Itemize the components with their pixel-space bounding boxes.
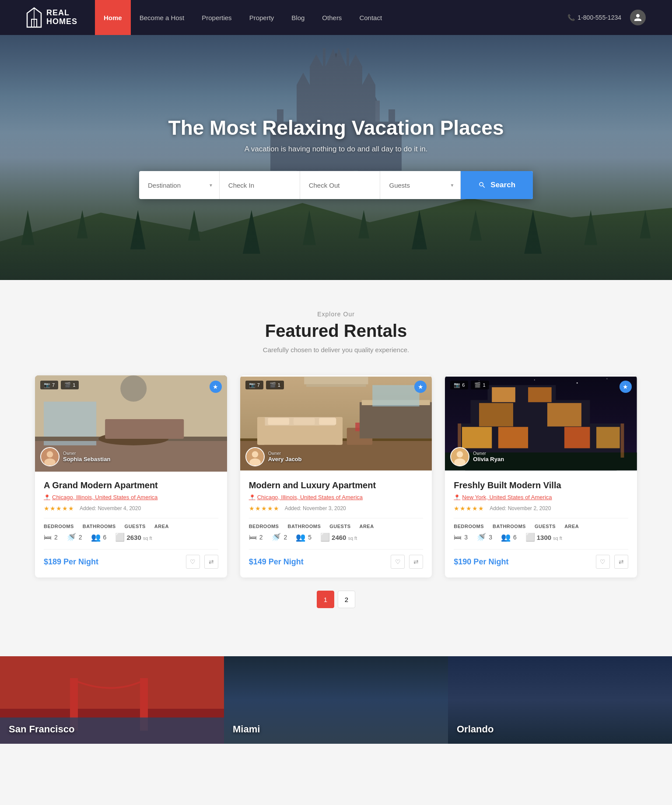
- camera-icon-2: 📷: [249, 382, 256, 388]
- phone-number: 1-800-555-1234: [578, 14, 621, 21]
- card-location-3[interactable]: 📍 New York, United States of America: [454, 494, 628, 500]
- svg-rect-67: [621, 424, 624, 458]
- compare-button-3[interactable]: ⇄: [614, 555, 628, 569]
- guests-spec-1: 👥 6: [91, 532, 107, 542]
- nav-home[interactable]: Home: [95, 0, 131, 35]
- svg-rect-37: [372, 385, 419, 406]
- price-3[interactable]: $190 Per Night: [454, 557, 508, 567]
- search-icon: [478, 181, 486, 189]
- nav-become-host[interactable]: Become a Host: [131, 0, 193, 35]
- card-location-1[interactable]: 📍 Chicago, Illinois, United States of Am…: [44, 494, 218, 500]
- guests-spec-2: 👥 5: [296, 532, 312, 542]
- area-spec-2: ⬜ 2460 sq ft: [320, 532, 357, 542]
- svg-rect-2: [35, 441, 227, 444]
- page-button-1[interactable]: 1: [317, 591, 334, 608]
- svg-point-39: [252, 451, 258, 458]
- card-location-2[interactable]: 📍 Chicago, Illinois, United States of Am…: [249, 494, 424, 500]
- video-icon-2: 🎬: [270, 382, 276, 388]
- compare-button-1[interactable]: ⇄: [204, 555, 218, 569]
- card-actions-1: ♡ ⇄: [186, 555, 218, 569]
- card-actions-2: ♡ ⇄: [391, 555, 423, 569]
- nav-right: 📞 1-800-555-1234: [567, 10, 646, 25]
- svg-point-19: [47, 451, 53, 458]
- guests-icon-2: 👥: [296, 532, 305, 542]
- card-badges-1: 📷 7 🎬 1: [40, 381, 79, 389]
- card-meta-2: ★★★★★ Added: November 3, 2020: [249, 505, 424, 512]
- card-title-1[interactable]: A Grand Modern Apartment: [44, 480, 218, 490]
- city-name-miami: Miami: [233, 724, 260, 735]
- page-button-2[interactable]: 2: [338, 591, 355, 608]
- added-date-3: Added: November 2, 2020: [490, 505, 551, 511]
- svg-rect-55: [596, 427, 620, 448]
- price-2[interactable]: $149 Per Night: [249, 557, 304, 567]
- city-name-orlando: Orlando: [457, 724, 494, 735]
- card-specs-2: 🛏 2 🚿 2 👥 5 ⬜ 2460 sq ft: [249, 532, 424, 542]
- nav-properties[interactable]: Properties: [193, 0, 240, 35]
- photo-count-badge-1: 📷 7: [40, 381, 58, 389]
- card-owner-1: Owner Sophia Sebastian: [40, 447, 110, 466]
- bath-icon-2: 🚿: [271, 532, 281, 542]
- favorite-star-3[interactable]: ★: [620, 381, 632, 393]
- svg-rect-31: [294, 418, 315, 425]
- svg-rect-57: [547, 403, 581, 427]
- bed-icon-1: 🛏: [44, 533, 52, 542]
- nav-blog[interactable]: Blog: [283, 0, 313, 35]
- svg-rect-53: [498, 427, 528, 448]
- city-orlando[interactable]: Orlando: [448, 656, 672, 744]
- wishlist-button-1[interactable]: ♡: [186, 555, 200, 569]
- svg-point-16: [120, 375, 142, 394]
- rating-stars-3: ★★★★★: [454, 505, 484, 512]
- camera-icon-3: 📷: [454, 382, 460, 388]
- logo[interactable]: REALHOMES: [26, 7, 77, 28]
- camera-icon: 📷: [44, 382, 50, 388]
- card-badges-2: 📷 7 🎬 1: [245, 381, 284, 389]
- card-image-wrap-1: 📷 7 🎬 1 ★: [35, 375, 227, 472]
- svg-rect-54: [564, 427, 590, 448]
- bed-icon-2: 🛏: [249, 533, 257, 542]
- property-cards-grid: 📷 7 🎬 1 ★: [35, 375, 637, 578]
- user-account-button[interactable]: [630, 10, 646, 25]
- wishlist-button-3[interactable]: ♡: [596, 555, 610, 569]
- added-date-1: Added: November 4, 2020: [80, 505, 141, 511]
- destination-field[interactable]: Destination ▼: [139, 171, 220, 199]
- bed-icon-3: 🛏: [454, 533, 462, 542]
- guests-label: Guests: [389, 182, 410, 189]
- card-badges-3: 📷 6 🎬 1: [450, 381, 489, 389]
- brand-name: REALHOMES: [46, 9, 77, 26]
- svg-point-45: [534, 380, 535, 381]
- favorite-star-1[interactable]: ★: [210, 381, 222, 393]
- price-1[interactable]: $189 Per Night: [44, 557, 98, 567]
- phone-link[interactable]: 📞 1-800-555-1234: [567, 14, 621, 21]
- guests-field[interactable]: Guests ▼: [380, 171, 461, 199]
- nav-others[interactable]: Others: [313, 0, 350, 35]
- checkout-label: Check Out: [309, 182, 340, 189]
- location-pin-icon-1: 📍: [44, 494, 50, 500]
- wishlist-button-2[interactable]: ♡: [391, 555, 405, 569]
- nav-contact[interactable]: Contact: [350, 0, 391, 35]
- location-pin-icon-2: 📍: [249, 494, 256, 500]
- checkin-field[interactable]: Check In: [220, 171, 300, 199]
- navbar: REALHOMES Home Become a Host Properties …: [0, 0, 672, 35]
- card-title-2[interactable]: Modern and Luxury Apartment: [249, 480, 424, 490]
- bath-icon-3: 🚿: [476, 532, 486, 542]
- city-miami[interactable]: Miami: [224, 656, 448, 744]
- nav-property[interactable]: Property: [241, 0, 283, 35]
- guests-arrow: ▼: [450, 183, 454, 188]
- bedrooms-spec-3: 🛏 3: [454, 533, 468, 542]
- checkout-field[interactable]: Check Out: [300, 171, 381, 199]
- card-title-3[interactable]: Freshly Built Modern Villa: [454, 480, 628, 490]
- svg-rect-32: [319, 418, 336, 425]
- search-button[interactable]: Search: [461, 171, 533, 199]
- video-icon: 🎬: [64, 382, 71, 388]
- card-body-2: Modern and Luxury Apartment 📍 Chicago, I…: [240, 472, 432, 578]
- city-san-francisco[interactable]: San Francisco: [0, 656, 224, 744]
- area-spec-1: ⬜ 2630 sq ft: [115, 532, 152, 542]
- rating-stars-1: ★★★★★: [44, 505, 74, 512]
- owner-avatar-face-3: [451, 448, 469, 466]
- hero-title: The Most Relaxing Vacation Places: [168, 116, 504, 140]
- phone-icon: 📞: [567, 14, 575, 21]
- compare-button-2[interactable]: ⇄: [409, 555, 423, 569]
- svg-rect-3: [43, 389, 90, 436]
- owner-avatar-face-2: [246, 448, 264, 466]
- video-count-badge-1: 🎬 1: [61, 381, 79, 389]
